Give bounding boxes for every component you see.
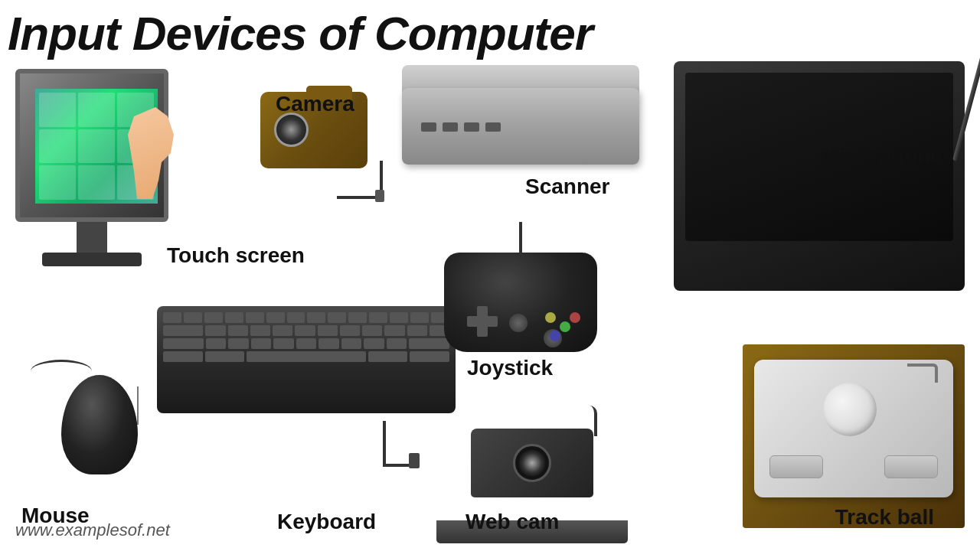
touchscreen-device bbox=[8, 61, 184, 276]
keyboard-device bbox=[153, 298, 459, 467]
microphone-label: Microphone bbox=[821, 144, 942, 168]
page-title: Input Devices of Computer bbox=[8, 6, 593, 60]
trackball-label: Track ball bbox=[835, 505, 934, 530]
microphone-device bbox=[658, 0, 980, 337]
keyboard-label: Keyboard bbox=[277, 510, 376, 534]
scanner-device bbox=[390, 65, 651, 195]
joystick-device bbox=[436, 222, 605, 375]
webcam-label: Web cam bbox=[466, 510, 559, 534]
scanner-label: Scanner bbox=[525, 174, 610, 199]
joystick-label: Joystick bbox=[467, 356, 553, 380]
touchscreen-label: Touch screen bbox=[167, 243, 305, 268]
camera-label: Camera bbox=[276, 92, 354, 116]
trackball-device bbox=[743, 344, 965, 528]
website-url: www.examplesof.net bbox=[15, 520, 170, 540]
mouse-device bbox=[23, 375, 176, 490]
